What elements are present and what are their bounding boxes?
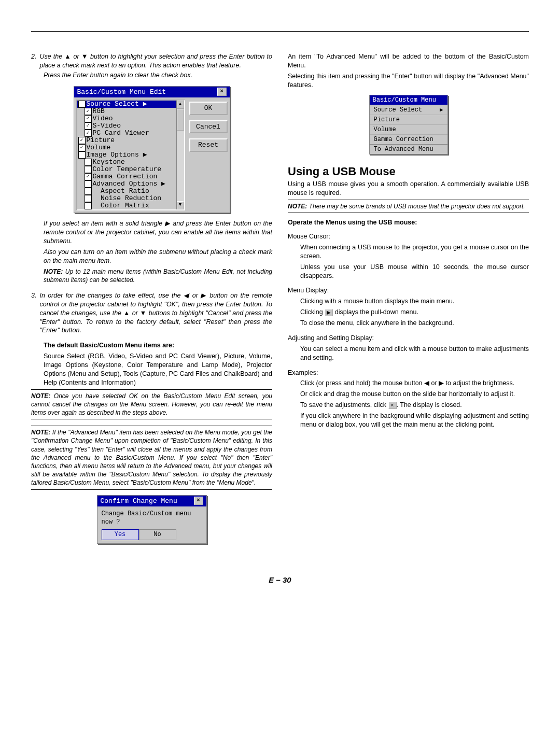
adjust-head: Adjusting and Setting Display:: [288, 334, 529, 343]
default-items-head: The default Basic/Custom Menu items are:: [44, 341, 272, 350]
basic-menu-title: Basic/Custom Menu: [370, 95, 447, 105]
checkbox-icon[interactable]: ✓: [85, 130, 92, 137]
menu-row-advanced[interactable]: To Advanced Menu: [370, 144, 447, 154]
mouse-cursor-1: When connecting a USB mouse to the proje…: [300, 243, 529, 261]
list-item[interactable]: ✓Volume: [77, 144, 184, 151]
list-item[interactable]: ✓PC Card Viewer: [77, 130, 184, 137]
menu-row[interactable]: Volume: [370, 124, 447, 134]
list-item[interactable]: Color Matrix: [77, 202, 184, 209]
checkbox-icon[interactable]: [85, 180, 92, 188]
step2-text: Use the ▲ or ▼ button to highlight your …: [39, 52, 272, 70]
confirm-dialog: Confirm Change Menu × Change Basic/Custo…: [97, 495, 207, 544]
scrollbar[interactable]: ▲ ▼: [176, 101, 184, 209]
list-item[interactable]: Noise Reduction: [77, 195, 184, 202]
note3-text: If the "Advanced Menu" item has been sel…: [31, 429, 272, 486]
list-item[interactable]: ✓RGB: [77, 108, 184, 115]
checkbox-icon[interactable]: [85, 166, 92, 173]
default-items-body: Source Select (RGB, Video, S-Video and P…: [44, 352, 272, 387]
example-1: Click (or press and hold) the mouse butt…: [300, 379, 529, 388]
menu-row[interactable]: Source Select▶: [370, 105, 447, 115]
close-x-icon: ×: [388, 402, 397, 409]
play-right-icon: ▶: [325, 309, 333, 316]
adv-menu-p1: An item "To Advanced Menu" will be added…: [288, 52, 529, 70]
note-label: NOTE:: [288, 203, 307, 210]
checkbox-icon[interactable]: [85, 195, 92, 202]
section-heading: Using a USB Mouse: [288, 164, 529, 179]
list-item[interactable]: ✓Video: [77, 115, 184, 122]
example-3: To save the adjustments, click ×. The di…: [300, 401, 529, 410]
list-item[interactable]: Color Temperature: [77, 166, 184, 173]
list-item-label: Volume: [87, 144, 111, 151]
menu-edit-title: Basic/Custom Menu Edit: [77, 88, 166, 97]
list-item-label: Color Temperature: [93, 166, 162, 173]
list-item-label: Aspect Ratio: [93, 188, 149, 195]
list-item[interactable]: Keystone: [77, 159, 184, 166]
checkbox-icon[interactable]: ✓: [78, 144, 86, 151]
scroll-down-icon[interactable]: ▼: [177, 201, 184, 209]
para-submenu: Also you can turn on an item within the …: [44, 248, 272, 265]
adjust-1: You can select a menu item and click wit…: [300, 345, 529, 362]
menu-edit-list[interactable]: ✓Source Select ▶✓RGB✓Video✓S-Video✓PC Ca…: [76, 100, 185, 210]
menu-display-3: To close the menu, click anywhere in the…: [300, 319, 529, 328]
confirm-message: Change Basic/Custom menu now ?: [97, 506, 206, 527]
usb-intro: Using a USB mouse gives you a smooth ope…: [288, 180, 529, 198]
checkbox-icon[interactable]: ✓: [78, 137, 86, 144]
mouse-cursor-2: Unless you use your USB mouse within 10 …: [300, 263, 529, 280]
checkbox-icon[interactable]: [85, 159, 92, 166]
list-item-label: Picture: [87, 137, 115, 144]
menu-display-1: Clicking with a mouse button displays th…: [300, 297, 529, 306]
basic-custom-menu: Basic/Custom Menu Source Select▶ Picture…: [369, 95, 448, 154]
right-column: An item "To Advanced Menu" will be added…: [288, 52, 529, 549]
list-item-label: S-Video: [93, 122, 121, 130]
close-icon[interactable]: ×: [194, 497, 203, 505]
list-item[interactable]: ✓S-Video: [77, 122, 184, 130]
menu-display-2: Clicking ▶ displays the pull-down menu.: [300, 308, 529, 317]
list-item-label: Source Select ▶: [87, 101, 147, 108]
step2-text-b: Press the Enter button again to clear th…: [44, 71, 272, 80]
list-item[interactable]: Advanced Options ▶: [77, 180, 184, 188]
step-number: 3.: [31, 291, 36, 335]
yes-button[interactable]: Yes: [102, 529, 139, 540]
list-item-label: Advanced Options ▶: [93, 180, 165, 188]
checkbox-icon[interactable]: ✓: [78, 101, 86, 108]
list-item[interactable]: ✓Gamma Correction: [77, 173, 184, 180]
note2-text: Once you have selected OK on the Basic/C…: [31, 392, 272, 416]
adv-menu-p2: Selecting this item and pressing the "En…: [288, 72, 529, 90]
list-item[interactable]: ✓Source Select ▶: [77, 101, 184, 108]
list-item-label: RGB: [93, 108, 105, 115]
ok-button[interactable]: OK: [189, 102, 228, 115]
list-item-label: Video: [93, 115, 113, 122]
cancel-button[interactable]: Cancel: [189, 120, 228, 134]
no-button[interactable]: No: [139, 529, 176, 540]
note-label: NOTE:: [31, 429, 50, 436]
confirm-title: Confirm Change Menu: [101, 497, 177, 506]
list-item[interactable]: Aspect Ratio: [77, 188, 184, 195]
step3-text: In order for the changes to take effect,…: [39, 291, 272, 335]
checkbox-icon[interactable]: ✓: [85, 173, 92, 180]
menu-display-head: Menu Display:: [288, 286, 529, 295]
list-item[interactable]: ✓Picture: [77, 137, 184, 144]
operate-heading: Operate the Menus using the USB mouse:: [288, 218, 529, 227]
checkbox-icon[interactable]: ✓: [85, 108, 92, 115]
example-4: If you click anywhere in the background …: [300, 412, 529, 429]
checkbox-icon[interactable]: [78, 151, 86, 159]
menu-row[interactable]: Picture: [370, 115, 447, 124]
page-number: E – 30: [31, 575, 529, 585]
usb-note: There may be some brands of USB mouse th…: [307, 203, 525, 210]
list-item-label: Noise Reduction: [93, 195, 162, 202]
menu-row[interactable]: Gamma Correction: [370, 134, 447, 144]
checkbox-icon[interactable]: ✓: [85, 115, 92, 122]
list-item[interactable]: Image Options ▶: [77, 151, 184, 159]
examples-head: Examples:: [288, 369, 529, 377]
left-column: 2. Use the ▲ or ▼ button to highlight yo…: [31, 52, 272, 549]
note1-text: Up to 12 main menu items (within Basic/C…: [44, 268, 272, 284]
checkbox-icon[interactable]: ✓: [85, 122, 92, 130]
checkbox-icon[interactable]: [85, 202, 92, 209]
chevron-right-icon: ▶: [440, 106, 443, 114]
checkbox-icon[interactable]: [85, 188, 92, 195]
reset-button[interactable]: Reset: [189, 138, 228, 152]
close-icon[interactable]: ×: [217, 88, 227, 96]
list-item-label: Keystone: [93, 159, 125, 166]
scroll-up-icon[interactable]: ▲: [177, 101, 184, 109]
example-2: Or click and drag the mouse button on th…: [300, 390, 529, 399]
